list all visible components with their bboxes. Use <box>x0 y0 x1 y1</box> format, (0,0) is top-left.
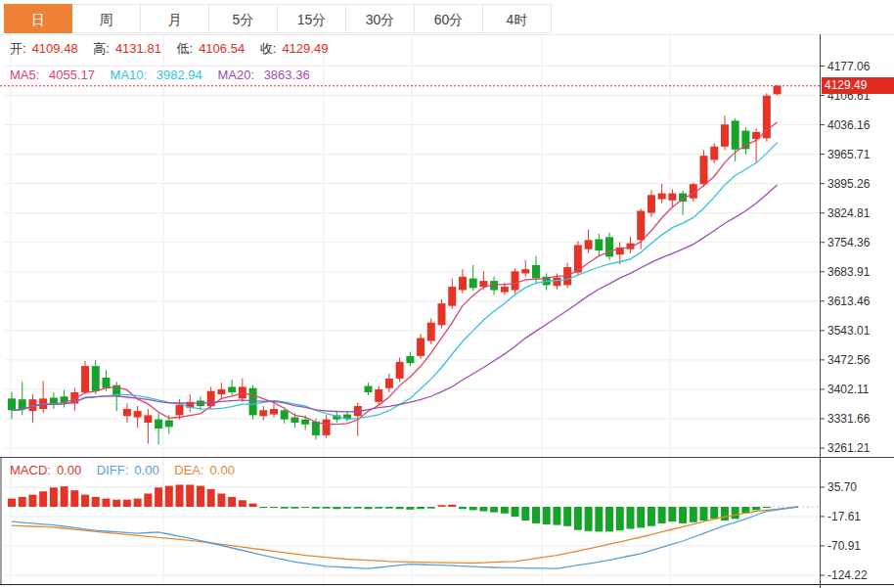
macd-histogram-bar <box>679 507 687 523</box>
macd-histogram-bar <box>490 507 498 513</box>
macd-histogram-bar <box>102 499 110 507</box>
candle-body <box>512 271 519 290</box>
macd-histogram-bar <box>543 507 551 524</box>
price-axis-label: 3683.91 <box>827 265 892 279</box>
ma-row: MA5: 4055.17 MA10: 3982.94 MA20: 3863.36 <box>10 68 322 82</box>
price-axis-label: 4177.06 <box>827 60 892 73</box>
tab-30min[interactable]: 30分 <box>346 4 415 33</box>
high-label: 高: <box>93 41 110 56</box>
macd-histogram-bar <box>563 507 571 526</box>
macd-histogram-bar <box>176 484 184 507</box>
macd-histogram-bar <box>512 507 519 517</box>
macd-histogram-bar <box>155 487 162 507</box>
macd-histogram-bar <box>249 504 257 507</box>
macd-histogram-bar <box>323 507 331 509</box>
candle-body <box>469 279 477 289</box>
macd-histogram-bar <box>112 500 120 507</box>
macd-histogram-bar <box>668 507 676 521</box>
price-axis-label: 3472.56 <box>827 353 892 367</box>
candle-body <box>50 397 58 403</box>
tab-day[interactable]: 日 <box>4 4 72 33</box>
macd-histogram-bar <box>375 507 382 509</box>
candle-body <box>595 239 603 250</box>
ma10-label: MA10: <box>111 68 148 82</box>
macd-histogram-bar <box>396 507 404 509</box>
candle-body <box>155 420 162 429</box>
tab-15min[interactable]: 15分 <box>278 4 346 33</box>
price-axis-label: 4036.16 <box>827 118 892 132</box>
candle-body <box>763 96 771 138</box>
open-label: 开: <box>10 41 26 56</box>
candle-body <box>259 410 267 416</box>
macd-histogram-bar <box>459 507 467 509</box>
macd-histogram-bar <box>228 497 236 507</box>
macd-histogram-bar <box>637 507 645 527</box>
macd-histogram-bar <box>165 486 173 507</box>
candle-body <box>301 420 309 425</box>
candle-body <box>585 240 593 249</box>
macd-axis-label: -17.61 <box>827 510 892 523</box>
tab-4hour[interactable]: 4时 <box>483 4 552 33</box>
macd-histogram-bar <box>217 493 225 507</box>
macd-histogram-bar <box>417 507 425 509</box>
macd-histogram-bar <box>448 505 456 507</box>
chart-canvas[interactable] <box>0 0 894 588</box>
macd-histogram-bar <box>406 507 414 510</box>
candle-body <box>249 388 257 416</box>
ma20-value: 3863.36 <box>264 68 310 82</box>
candle-body <box>396 362 404 379</box>
tab-week[interactable]: 周 <box>72 4 141 33</box>
price-axis-label: 3543.01 <box>827 324 892 338</box>
low-label: 低: <box>177 41 194 56</box>
macd-histogram-bar <box>28 495 36 507</box>
candle-body <box>438 303 446 325</box>
candle-body <box>406 356 414 363</box>
macd-histogram-bar <box>721 507 729 520</box>
macd-histogram-bar <box>469 507 477 510</box>
macd-histogram-bar <box>144 493 152 507</box>
candle-body <box>123 409 131 416</box>
candle-body <box>270 409 278 415</box>
macd-histogram-bar <box>364 507 372 509</box>
macd-row: MACD:0.00 DIFF:0.00 DEA:0.00 <box>10 463 246 477</box>
tab-month[interactable]: 月 <box>141 4 209 33</box>
candle-body <box>81 366 89 392</box>
price-axis-label: 3613.46 <box>827 294 892 308</box>
macd-axis-label: 35.70 <box>827 480 892 494</box>
period-tabbar: 日 周 月 5分 15分 30分 60分 4时 <box>4 4 552 33</box>
price-axis-label: 3402.11 <box>827 383 892 396</box>
candle-body <box>774 86 782 95</box>
macd-histogram-bar <box>92 497 100 507</box>
ma5-value: 4055.17 <box>49 68 95 82</box>
candle-body <box>648 195 655 212</box>
candle-body <box>176 405 184 416</box>
candle-body <box>364 386 372 392</box>
macd-histogram-bar <box>658 507 666 523</box>
price-axis-label: 3754.36 <box>827 236 892 249</box>
macd-histogram-bar <box>270 507 278 508</box>
macd-histogram-bar <box>616 507 624 530</box>
candle-body <box>459 277 467 291</box>
candle-body <box>102 378 110 388</box>
candle-body <box>553 278 560 287</box>
candle-body <box>605 237 613 256</box>
candle-body <box>385 379 393 388</box>
candle-body <box>323 420 331 435</box>
macd-histogram-bar <box>81 495 89 507</box>
dea-value: 0.00 <box>210 463 235 477</box>
candle-body <box>427 323 435 341</box>
tab-60min[interactable]: 60分 <box>415 4 483 33</box>
macd-histogram-bar <box>626 507 634 529</box>
macd-histogram-bar <box>763 507 771 508</box>
macd-histogram-bar <box>207 489 215 507</box>
macd-histogram-bar <box>134 499 142 507</box>
macd-histogram-bar <box>186 484 194 507</box>
macd-histogram-bar <box>291 507 298 509</box>
tab-5min[interactable]: 5分 <box>209 4 278 33</box>
macd-label: MACD: <box>10 463 51 477</box>
macd-axis-label: -124.22 <box>827 568 892 582</box>
macd-histogram-bar <box>710 507 718 519</box>
candle-body <box>710 147 718 160</box>
candle-body <box>375 389 382 402</box>
macd-histogram-bar <box>479 507 487 512</box>
